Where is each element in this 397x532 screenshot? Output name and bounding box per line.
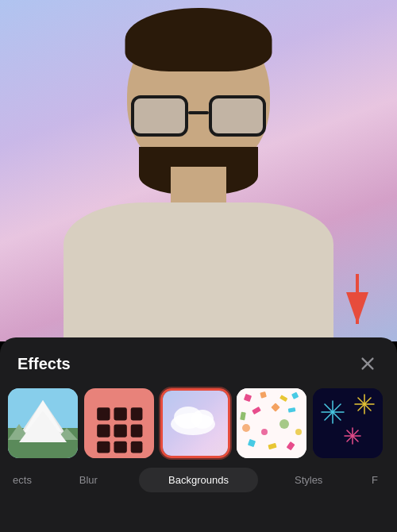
tab-effects-label: ects — [13, 474, 32, 486]
effects-title: Effects — [17, 355, 71, 373]
tab-effects[interactable]: ects — [6, 468, 38, 492]
glasses-right — [209, 95, 266, 137]
svg-rect-11 — [97, 407, 110, 420]
effects-header: Effects — [0, 337, 397, 385]
svg-rect-14 — [97, 424, 110, 437]
thumbnail-confetti[interactable] — [237, 388, 306, 458]
person-figure — [48, 8, 349, 341]
neck — [171, 167, 226, 206]
hair — [125, 8, 272, 71]
thumbnail-cassette[interactable] — [84, 388, 154, 458]
close-button[interactable] — [356, 352, 380, 376]
mountain-image — [8, 388, 78, 458]
tab-more-label: F — [372, 474, 378, 486]
body-shirt — [64, 202, 333, 341]
fireworks-image — [313, 388, 383, 458]
red-arrow-indicator — [326, 270, 373, 337]
glasses — [131, 95, 266, 139]
tab-more[interactable]: F — [359, 468, 391, 492]
tab-styles[interactable]: Styles — [258, 468, 359, 492]
close-icon — [359, 355, 376, 372]
tab-backgrounds[interactable]: Backgrounds — [139, 468, 259, 492]
tab-blur[interactable]: Blur — [38, 468, 139, 492]
svg-point-33 — [242, 424, 250, 432]
category-tabs: ects Blur Backgrounds Styles F — [0, 468, 397, 492]
svg-rect-12 — [114, 407, 126, 420]
confetti-image — [237, 388, 306, 458]
tab-styles-label: Styles — [295, 474, 322, 486]
bluesky-image — [163, 391, 230, 458]
thumbnail-bluesky[interactable] — [160, 388, 230, 458]
svg-point-35 — [279, 419, 289, 429]
svg-rect-18 — [114, 441, 126, 453]
svg-point-34 — [261, 429, 268, 435]
svg-point-23 — [191, 410, 214, 429]
svg-rect-40 — [313, 388, 383, 458]
video-preview — [0, 0, 397, 341]
tab-backgrounds-label: Backgrounds — [168, 474, 229, 486]
glasses-bridge — [188, 111, 209, 114]
glasses-left — [131, 95, 188, 137]
svg-rect-16 — [131, 424, 143, 437]
svg-rect-13 — [131, 407, 143, 420]
svg-rect-19 — [131, 441, 143, 453]
svg-rect-15 — [114, 424, 126, 437]
svg-rect-17 — [97, 441, 110, 453]
thumbnail-mountain[interactable] — [8, 388, 78, 458]
thumbnails-row — [0, 385, 397, 468]
thumbnail-fireworks[interactable] — [313, 388, 383, 458]
svg-point-36 — [295, 429, 302, 435]
cassette-image — [91, 395, 148, 458]
effects-panel: Effects — [0, 337, 397, 532]
tab-blur-label: Blur — [79, 474, 98, 486]
